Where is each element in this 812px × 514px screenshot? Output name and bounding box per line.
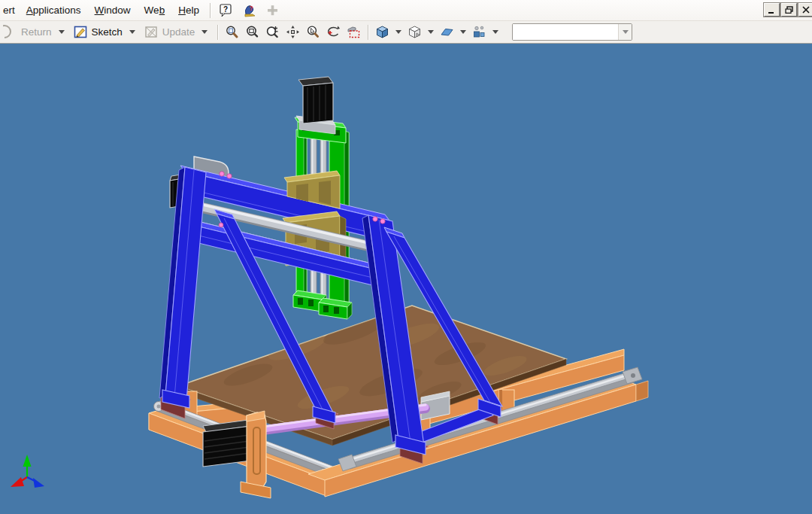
view-combobox[interactable]	[512, 23, 632, 41]
sketch-face-button[interactable]	[437, 23, 457, 41]
view-combobox-input[interactable]	[513, 24, 618, 40]
add-icon	[265, 3, 280, 17]
restore-view-button[interactable]	[344, 23, 364, 41]
restore-view-icon	[347, 25, 361, 39]
menu-item-help[interactable]: Help	[171, 2, 206, 19]
update-icon	[144, 25, 159, 39]
assistant-icon[interactable]: ?	[242, 3, 256, 17]
menu-item-applications[interactable]: Applications	[20, 2, 88, 19]
return-icon	[3, 25, 17, 39]
display-shaded-button[interactable]	[372, 23, 392, 41]
zoom-drawing-button[interactable]	[222, 23, 242, 41]
component-display-dropdown[interactable]	[492, 30, 498, 34]
close-button[interactable]	[798, 3, 812, 17]
view-combobox-dropdown[interactable]	[618, 24, 632, 40]
sketch-button[interactable]: Sketch	[71, 23, 141, 41]
menu-item-insert-partial[interactable]: ert	[1, 2, 20, 19]
display-shaded-icon	[375, 25, 389, 39]
zoom-window-button[interactable]	[242, 23, 262, 41]
component-display-icon	[472, 25, 486, 39]
update-button[interactable]: Update	[141, 23, 214, 41]
menu-separator	[210, 3, 211, 18]
menu-item-window[interactable]: Window	[88, 2, 138, 19]
z-motor	[298, 77, 333, 123]
window-controls	[764, 3, 812, 17]
menu-item-web[interactable]: Web	[138, 2, 172, 19]
display-hidden-edge-button[interactable]	[404, 23, 425, 41]
svg-text:?: ?	[223, 5, 228, 14]
zoom-selected-button[interactable]	[303, 23, 323, 41]
rotate-view-icon	[326, 25, 341, 39]
pan-icon	[286, 25, 300, 39]
zoom-window-icon	[245, 25, 259, 39]
context-help-icon[interactable]: ?	[219, 3, 233, 17]
zoom-in-out-button[interactable]	[262, 23, 283, 41]
rotate-view-button[interactable]	[323, 23, 344, 41]
zoom-drawing-icon	[225, 25, 239, 39]
toolbar: Return Sketch Update	[0, 21, 812, 44]
sketch-dropdown-arrow[interactable]	[129, 30, 135, 34]
zoom-selected-icon	[306, 25, 320, 39]
display-hidden-edge-dropdown[interactable]	[428, 30, 434, 34]
viewport-3d[interactable]	[0, 44, 812, 514]
restore-button[interactable]	[781, 3, 797, 17]
component-display-button[interactable]	[469, 23, 489, 41]
sketch-face-dropdown[interactable]	[460, 30, 466, 34]
sketch-face-icon	[440, 25, 454, 39]
display-shaded-dropdown[interactable]	[395, 30, 401, 34]
application-window: ert Applications Window Web Help ? ?	[0, 0, 812, 514]
display-hidden-edge-icon	[408, 25, 422, 39]
svg-text:?: ?	[249, 5, 253, 12]
update-dropdown-arrow[interactable]	[201, 30, 208, 34]
menu-bar: ert Applications Window Web Help ? ?	[0, 0, 812, 21]
zoom-in-out-icon	[265, 25, 280, 39]
return-button[interactable]: Return	[0, 23, 71, 41]
sketch-icon	[74, 25, 88, 39]
return-dropdown-arrow[interactable]	[59, 30, 65, 34]
pan-button[interactable]	[283, 23, 303, 41]
minimize-button[interactable]	[764, 3, 780, 17]
